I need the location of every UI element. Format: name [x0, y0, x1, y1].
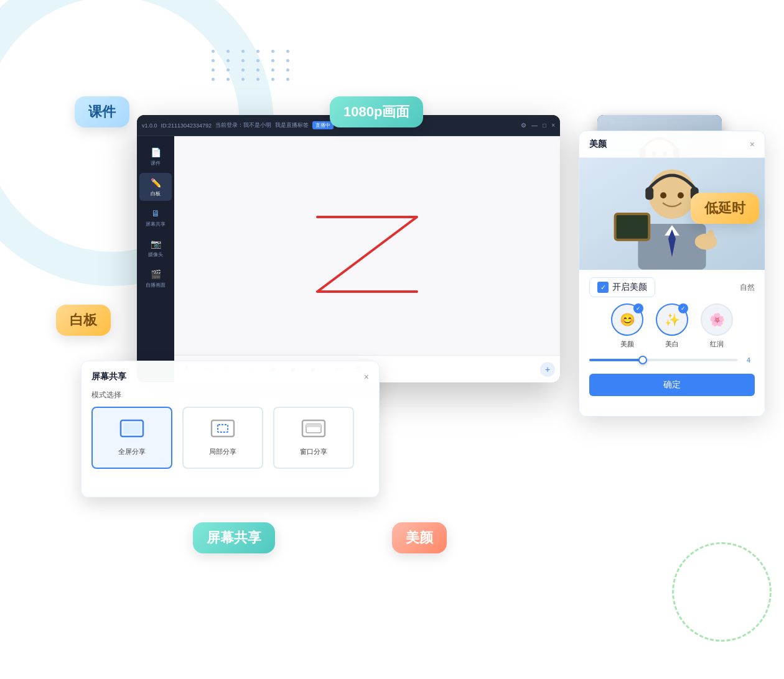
live-badge: 直播中 [312, 121, 334, 129]
svg-rect-21 [615, 214, 650, 240]
natural-label: 自然 [740, 282, 755, 293]
sidebar-item-camera[interactable]: 📷 摄像头 [139, 234, 172, 262]
whitening-icon: ✨ ✓ [656, 303, 688, 336]
blush-option-label: 红润 [710, 340, 724, 349]
whiteboard-label: 白板 [151, 190, 161, 197]
beauty-slider-value: 4 [742, 356, 755, 364]
beauty-slider-row: 4 [589, 356, 755, 364]
svg-point-14 [660, 192, 666, 198]
ss-section-label: 模式选择 [91, 390, 369, 400]
svg-rect-12 [645, 187, 653, 200]
badge-low-latency: 低延时 [691, 193, 759, 224]
enable-beauty-label: 开启美颜 [612, 282, 647, 293]
app-window: v1.0.0 ID:21113042334792 当前登录：我不是小明 我是直播… [137, 115, 560, 382]
sidebar: 📄 课件 ✏️ 白板 🖥 屏幕共享 📷 摄像头 🎬 自播画面 [137, 136, 174, 382]
badge-screen-share: 屏幕共享 [193, 522, 275, 553]
svg-rect-28 [306, 424, 321, 427]
self-broadcast-label: 自播画面 [146, 282, 166, 289]
ss-option-partial[interactable]: 局部分享 [182, 407, 263, 469]
maximize-icon[interactable]: □ [543, 122, 546, 129]
whiteboard-icon: ✏️ [148, 177, 163, 189]
settings-icon[interactable]: ⚙ [521, 122, 526, 129]
enable-beauty-checkbox[interactable]: ✓ [597, 282, 609, 293]
ss-close-btn[interactable]: × [364, 372, 369, 382]
courseware-label: 课件 [151, 160, 161, 167]
beauty-icon: 😊 ✓ [611, 303, 643, 336]
beauty-options: 😊 ✓ 美颜 ✨ ✓ 美白 🌸 红润 [589, 303, 755, 349]
app-body: 📄 课件 ✏️ 白板 🖥 屏幕共享 📷 摄像头 🎬 自播画面 [137, 136, 560, 382]
dashed-arc-decoration [672, 542, 772, 642]
beauty-panel-title: 美颜 [589, 139, 607, 150]
partial-icon [210, 419, 235, 442]
enable-beauty-wrapper: ✓ 开启美颜 [589, 277, 655, 297]
version-text: v1.0.0 [142, 122, 157, 129]
beauty-panel: 美颜 × [579, 131, 765, 417]
beauty-option-beauty[interactable]: 😊 ✓ 美颜 [611, 303, 643, 349]
svg-rect-23 [123, 423, 141, 434]
sidebar-item-courseware[interactable]: 📄 课件 [139, 142, 172, 170]
badge-kejian: 课件 [75, 96, 129, 127]
ss-header: 屏幕共享 × [91, 371, 369, 382]
window-label: 窗口分享 [300, 447, 327, 456]
id-text: ID:21113042334792 [161, 122, 212, 129]
ss-option-window[interactable]: 窗口分享 [273, 407, 354, 469]
screen-share-label: 屏幕共享 [146, 221, 166, 228]
fullscreen-label: 全屏分享 [118, 447, 146, 456]
ss-option-fullscreen[interactable]: 全屏分享 [91, 407, 172, 469]
window-icon [301, 419, 326, 442]
toolbar-add-btn[interactable]: + [540, 362, 555, 377]
courseware-icon: 📄 [148, 146, 163, 159]
whiteboard-canvas[interactable] [174, 150, 560, 369]
sidebar-item-screen-share[interactable]: 🖥 屏幕共享 [139, 203, 172, 231]
beauty-option-whitening[interactable]: ✨ ✓ 美白 [656, 303, 688, 349]
camera-icon: 📷 [148, 238, 163, 250]
beauty-enable-row: ✓ 开启美颜 自然 [589, 277, 755, 297]
svg-rect-25 [218, 425, 228, 432]
beauty-slider-thumb[interactable] [638, 356, 647, 364]
beauty-option-blush[interactable]: 🌸 红润 [701, 303, 733, 349]
beauty-option-label: 美颜 [620, 340, 634, 349]
sidebar-item-whiteboard[interactable]: ✏️ 白板 [139, 173, 172, 201]
screen-share-panel: 屏幕共享 × 模式选择 全屏分享 局部分享 [81, 361, 380, 497]
badge-meiyuan: 美颜 [392, 522, 447, 553]
svg-rect-24 [212, 420, 234, 436]
beauty-panel-close-btn[interactable]: × [750, 139, 755, 149]
whiteboard-drawing [299, 205, 436, 304]
beauty-check: ✓ [633, 303, 643, 313]
svg-rect-20 [708, 230, 714, 246]
ss-title: 屏幕共享 [91, 371, 126, 382]
partial-label: 局部分享 [209, 447, 236, 456]
canvas-area: ↖ ✏ T □ ● ● ● ↩ 🗑 + [174, 136, 560, 382]
dot-grid-decoration [212, 50, 295, 81]
beauty-slider-fill [589, 359, 641, 361]
camera-label: 摄像头 [148, 251, 163, 258]
blush-icon: 🌸 [701, 303, 733, 336]
whitening-check: ✓ [678, 303, 688, 313]
ss-options: 全屏分享 局部分享 窗口分享 [91, 407, 369, 469]
badge-1080p: 1080p画面 [330, 96, 423, 127]
svg-point-15 [678, 192, 684, 198]
badge-baiban: 白板 [56, 305, 111, 336]
close-icon[interactable]: × [551, 122, 555, 129]
login-user-text: 当前登录：我不是小明 [215, 121, 271, 129]
beauty-confirm-btn[interactable]: 确定 [589, 374, 755, 396]
sidebar-item-self-broadcast[interactable]: 🎬 自播画面 [139, 264, 172, 292]
minimize-icon[interactable]: — [531, 122, 538, 129]
screen-share-icon: 🖥 [148, 207, 163, 219]
beauty-panel-header: 美颜 × [579, 131, 765, 158]
beauty-controls: ✓ 开启美颜 自然 😊 ✓ 美颜 ✨ ✓ 美白 🌸 [579, 270, 765, 404]
tag-text: 我是直播标签 [275, 121, 309, 129]
whitening-option-label: 美白 [665, 340, 679, 349]
titlebar-controls: ⚙ — □ × [521, 122, 555, 129]
self-broadcast-icon: 🎬 [148, 268, 163, 280]
beauty-slider-track[interactable] [589, 359, 737, 361]
fullscreen-icon [119, 419, 144, 442]
